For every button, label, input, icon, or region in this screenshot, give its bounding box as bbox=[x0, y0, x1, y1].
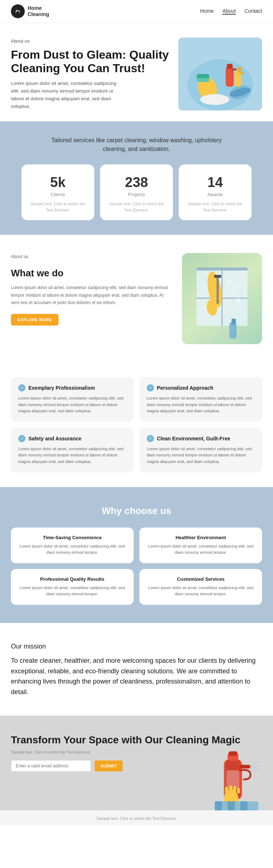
why-card-title-0: Time-Saving Convenience bbox=[18, 535, 126, 540]
why-card-title-2: Professional Quality Results bbox=[18, 576, 126, 582]
svg-rect-31 bbox=[229, 322, 237, 339]
feature-desc-1: Lorem ipsum dolor sit amet, consetetur s… bbox=[147, 395, 255, 414]
why-card-1: Healthier Environment Lorem ipsum dolor … bbox=[139, 528, 262, 563]
feature-icon-1: ✓ bbox=[147, 384, 154, 392]
nav-about[interactable]: About bbox=[222, 8, 236, 15]
svg-point-30 bbox=[236, 298, 241, 303]
brand-name: Home Cleaning bbox=[28, 5, 49, 17]
nav-contact[interactable]: Contact bbox=[245, 8, 262, 15]
feature-desc-2: Lorem ipsum dolor sit amet, consetetur s… bbox=[18, 446, 126, 465]
what-body: Lorem ipsum dolor sit amet, consetetur s… bbox=[11, 284, 171, 306]
what-heading: What we do bbox=[11, 268, 171, 279]
stat-card-clients: 5k Clients Sample text. Click to select … bbox=[21, 164, 94, 220]
feature-title-0: Exemplary Professionalism bbox=[28, 385, 95, 391]
footer-text: Sample text. Click to select the Text El… bbox=[96, 816, 177, 821]
stat-desc-projects: Sample text. Click to select the Text El… bbox=[107, 201, 166, 213]
why-cards: Time-Saving Convenience Lorem ipsum dolo… bbox=[11, 528, 262, 605]
nav-home[interactable]: Home bbox=[200, 8, 214, 15]
cta-content: Transform Your Space with Our Cleaning M… bbox=[11, 734, 262, 799]
svg-point-29 bbox=[231, 291, 235, 295]
hero-label: About us bbox=[11, 38, 120, 45]
why-card-desc-3: Lorem ipsum dolor sit amet, consetetur s… bbox=[147, 585, 255, 598]
stat-number-projects: 238 bbox=[107, 175, 166, 190]
why-card-2: Professional Quality Results Lorem ipsum… bbox=[11, 569, 134, 605]
svg-rect-10 bbox=[197, 74, 209, 78]
logo-icon bbox=[11, 4, 25, 18]
cta-sample-text: Sample text. Click to select the Text El… bbox=[11, 750, 255, 754]
stat-label-clients: Clients bbox=[29, 192, 87, 197]
mission-section: Our mission To create cleaner, healthier… bbox=[0, 623, 273, 716]
cta-heading: Transform Your Space with Our Cleaning M… bbox=[11, 734, 255, 746]
stat-label-awards: Awards bbox=[186, 192, 244, 197]
why-card-title-1: Healthier Environment bbox=[147, 535, 255, 540]
hero-section: About us From Dust to Gleam: Quality Cle… bbox=[0, 23, 273, 121]
svg-rect-50 bbox=[228, 801, 235, 810]
svg-point-1 bbox=[16, 10, 17, 11]
feature-title-1: Personalized Approach bbox=[157, 385, 213, 391]
stat-label-projects: Projects bbox=[107, 192, 166, 197]
why-card-desc-0: Lorem ipsum dolor sit amet, consetetur s… bbox=[18, 543, 126, 556]
feature-card-0: ✓ Exemplary Professionalism Lorem ipsum … bbox=[11, 377, 134, 422]
cta-form: SUBMIT bbox=[11, 760, 255, 772]
stat-number-clients: 5k bbox=[29, 175, 87, 190]
explore-more-button[interactable]: EXPLORE MORE bbox=[11, 314, 59, 326]
why-heading: Why choose us bbox=[11, 505, 262, 517]
svg-rect-7 bbox=[227, 64, 233, 69]
svg-point-16 bbox=[200, 94, 229, 105]
feature-icon-0: ✓ bbox=[18, 384, 25, 392]
svg-rect-32 bbox=[232, 319, 236, 324]
svg-point-28 bbox=[235, 286, 238, 289]
hero-content: About us From Dust to Gleam: Quality Cle… bbox=[11, 38, 178, 110]
footer-bar: Sample text. Click to select the Text El… bbox=[0, 810, 273, 826]
navbar: Home Cleaning Home About Contact bbox=[0, 0, 273, 23]
why-section: Why choose us Time-Saving Convenience Lo… bbox=[0, 487, 273, 623]
cta-section: Transform Your Space with Our Cleaning M… bbox=[0, 716, 273, 810]
feature-title-row-1: ✓ Personalized Approach bbox=[147, 384, 255, 392]
email-input[interactable] bbox=[11, 760, 91, 772]
submit-button[interactable]: SUBMIT bbox=[95, 760, 123, 771]
svg-rect-8 bbox=[232, 69, 237, 70]
hero-body: Lorem ipsum dolor sit amet, consetetur s… bbox=[11, 80, 120, 110]
why-card-3: Customized Services Lorem ipsum dolor si… bbox=[139, 569, 262, 605]
logo: Home Cleaning bbox=[11, 4, 49, 18]
feature-desc-0: Lorem ipsum dolor sit amet, consetetur s… bbox=[18, 395, 126, 414]
feature-title-row-0: ✓ Exemplary Professionalism bbox=[18, 384, 126, 392]
feature-icon-2: ✓ bbox=[18, 435, 25, 442]
mission-text: To create cleaner, healthier, and more w… bbox=[11, 655, 258, 697]
why-card-title-3: Customized Services bbox=[147, 576, 255, 582]
hero-image bbox=[178, 38, 262, 110]
stat-number-awards: 14 bbox=[186, 175, 244, 190]
svg-rect-49 bbox=[215, 801, 222, 810]
why-card-desc-2: Lorem ipsum dolor sit amet, consetetur s… bbox=[18, 585, 126, 598]
svg-rect-26 bbox=[214, 275, 221, 278]
svg-point-0 bbox=[14, 7, 22, 15]
feature-card-1: ✓ Personalized Approach Lorem ipsum dolo… bbox=[139, 377, 262, 422]
feature-icon-3: ✓ bbox=[147, 435, 154, 442]
stat-desc-awards: Sample text. Click to select the Text El… bbox=[186, 201, 244, 213]
mission-label: Our mission bbox=[11, 641, 258, 652]
stats-section: Tailored services like carpet cleaning, … bbox=[0, 121, 273, 235]
svg-rect-25 bbox=[217, 275, 219, 304]
what-image bbox=[182, 253, 262, 344]
hero-heading: From Dust to Gleam: Quality Cleaning You… bbox=[11, 48, 171, 75]
svg-rect-14 bbox=[238, 67, 241, 73]
svg-rect-20 bbox=[197, 268, 248, 270]
what-label: About us bbox=[11, 253, 171, 260]
what-content: About us What we do Lorem ipsum dolor si… bbox=[11, 253, 171, 344]
svg-rect-15 bbox=[240, 72, 244, 74]
feature-title-row-2: ✓ Safety and Assurance bbox=[18, 435, 126, 442]
what-we-do-section: About us What we do Lorem ipsum dolor si… bbox=[0, 235, 273, 362]
svg-rect-51 bbox=[240, 801, 248, 810]
stat-desc-clients: Sample text. Click to select the Text El… bbox=[29, 201, 87, 213]
feature-card-2: ✓ Safety and Assurance Lorem ipsum dolor… bbox=[11, 428, 134, 472]
stats-cards: 5k Clients Sample text. Click to select … bbox=[11, 164, 262, 220]
feature-title-2: Safety and Assurance bbox=[28, 436, 82, 441]
stat-card-awards: 14 Awards Sample text. Click to select t… bbox=[179, 164, 252, 220]
stat-card-projects: 238 Projects Sample text. Click to selec… bbox=[100, 164, 173, 220]
feature-title-3: Clean Environment, Guilt-Free bbox=[157, 436, 230, 441]
stats-tagline: Tailored services like carpet cleaning, … bbox=[46, 136, 228, 153]
feature-desc-3: Lorem ipsum dolor sit amet, consetetur s… bbox=[147, 446, 255, 465]
features-section: ✓ Exemplary Professionalism Lorem ipsum … bbox=[0, 362, 273, 487]
feature-title-row-3: ✓ Clean Environment, Guilt-Free bbox=[147, 435, 255, 442]
why-card-desc-1: Lorem ipsum dolor sit amet, consetetur s… bbox=[147, 543, 255, 556]
